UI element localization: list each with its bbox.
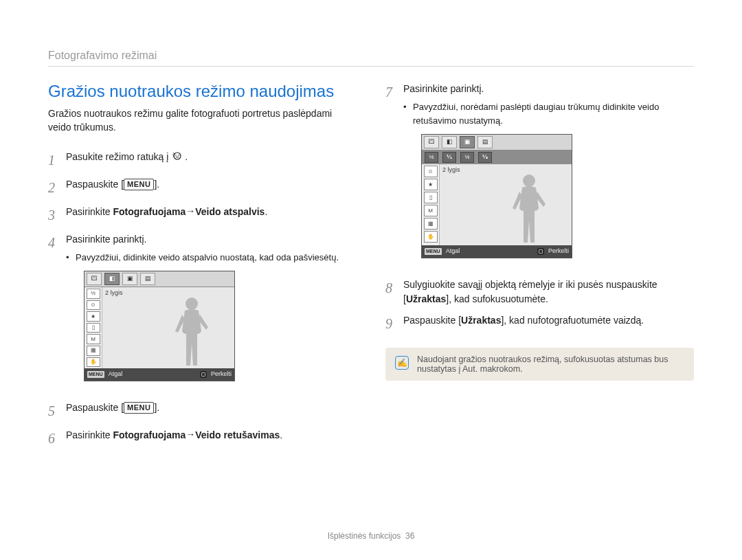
lcd-side-icon: ▦ (87, 346, 100, 356)
lcd-level-label: 2 lygis (442, 166, 460, 175)
lcd-preview-face-tone: ⮹ ◧ ▣ ▤ ½ ☺ ★ ▯ (84, 271, 235, 381)
lcd-level-label: 2 lygis (105, 289, 123, 298)
step-3-text: Pasirinkite Fotografuojama → Veido atspa… (66, 205, 357, 219)
lcd-side-icon: ▯ (87, 323, 100, 333)
lcd-footer-back: Atgal (446, 247, 460, 256)
note-callout: ✍ Naudojant gražios nuotraukos režimą, s… (385, 348, 694, 381)
lcd-side-icon: M (87, 334, 100, 344)
lcd-footer-back: Atgal (109, 370, 123, 379)
lcd-footer-menu-icon: MENU (425, 248, 442, 256)
lcd-side-icon: ★ (87, 311, 100, 322)
step-6-bold-2: Veido retušavimas (195, 429, 280, 440)
footer-section-label: Išplėstinės funkcijos (328, 531, 401, 541)
note-icon: ✍ (395, 356, 409, 370)
step-8-suffix: ], kad sufokusuotumėte. (446, 293, 548, 304)
step-7-text: Pasirinkite parinktį. (403, 83, 484, 94)
lcd-top-tab-active: ▣ (460, 136, 475, 148)
lcd-face-row: ½ ⅟₁ ½ ⅟₃ (422, 150, 572, 164)
arrow-right-icon: → (186, 427, 195, 442)
step-number: 9 (385, 313, 403, 334)
step-number: 3 (48, 205, 66, 225)
step-2-text: Paspauskite [MENU]. (66, 177, 357, 192)
step-number: 8 (385, 278, 403, 298)
step-5-suffix: ]. (154, 402, 159, 413)
step-4-sub: Pavyzdžiui, didinkite veido atspalvio nu… (66, 251, 357, 265)
beauty-mode-icon (171, 150, 182, 161)
step-number: 7 (385, 82, 403, 102)
lcd-side-icon: ✋ (424, 231, 438, 243)
lcd-top-tab: ⮹ (87, 273, 102, 285)
breadcrumb: Fotografavimo režimai (48, 49, 694, 62)
step-9-prefix: Paspauskite [ (403, 315, 461, 326)
step-2-prefix: Paspauskite [ (66, 179, 124, 190)
lcd-top-tab-active: ◧ (104, 273, 120, 285)
lcd-side-icons: ☺ ★ ▯ M ▦ ✋ (422, 164, 440, 245)
note-text: Naudojant gražios nuotraukos režimą, suf… (417, 355, 684, 374)
section-title: Gražios nuotraukos režimo naudojimas (48, 82, 357, 101)
lcd-face-cell: ⅟₃ (478, 152, 492, 163)
lcd-preview-face-retouch: ⮹ ◧ ▣ ▤ ½ ⅟₁ ½ ⅟₃ (421, 134, 572, 258)
svg-point-0 (174, 153, 181, 159)
lcd-top-tabs: ⮹ ◧ ▣ ▤ (422, 135, 572, 150)
lcd-side-icon: ★ (424, 179, 438, 190)
step-3-bold-1: Fotografuojama (113, 206, 186, 217)
step-9-suffix: ], kad nufotografuotumėte vaizdą. (501, 315, 644, 326)
right-column: 7 Pasirinkite parinktį. Pavyzdžiui, norė… (385, 82, 694, 456)
lcd-face-cell: ½ (460, 152, 474, 163)
step-6-text: Pasirinkite Fotografuojama → Veido retuš… (66, 428, 357, 443)
arrow-right-icon: → (186, 204, 195, 219)
lcd-side-icons: ½ ☺ ★ ▯ M ▦ ✋ (85, 287, 102, 368)
left-column: Gražios nuotraukos režimo naudojimas Gra… (48, 82, 357, 456)
step-8-text: Sulygiuokite savąjį objektą rėmelyje ir … (403, 278, 694, 306)
step-4-body: Pasirinkite parinktį. Pavyzdžiui, didink… (66, 232, 357, 394)
divider (48, 66, 694, 67)
step-5-text: Paspauskite [MENU]. (66, 401, 357, 415)
person-silhouette-icon (507, 171, 548, 245)
svg-point-3 (186, 298, 198, 310)
lcd-top-tab: ▣ (122, 273, 137, 285)
step-1-prefix: Pasukite režimo ratuką į (66, 151, 171, 162)
step-number: 2 (48, 177, 66, 198)
lcd-side-icon: ½ (87, 289, 100, 299)
step-1-suffix: . (185, 151, 188, 162)
lcd-footer-nav-icon (200, 371, 207, 378)
menu-button-label: MENU (124, 179, 154, 190)
step-7-body: Pasirinkite parinktį. Pavyzdžiui, norėda… (403, 82, 694, 271)
svg-point-2 (178, 155, 179, 156)
step-8-bold: Užraktas (406, 293, 446, 304)
lcd-top-tab: ▤ (140, 273, 155, 285)
step-number: 4 (48, 232, 66, 253)
lcd-face-cell: ⅟₁ (442, 152, 456, 163)
footer-page-number: 36 (405, 531, 414, 541)
step-6-prefix: Pasirinkite (66, 429, 113, 440)
step-3-prefix: Pasirinkite (66, 206, 113, 217)
step-5-prefix: Paspauskite [ (66, 402, 124, 413)
step-6-bold-1: Fotografuojama (113, 429, 186, 440)
step-4-text: Pasirinkite parinktį. (66, 234, 147, 245)
lcd-top-tabs: ⮹ ◧ ▣ ▤ (85, 271, 234, 287)
menu-button-label: MENU (124, 402, 154, 414)
step-3-suffix: . (265, 206, 267, 217)
step-number: 5 (48, 401, 66, 421)
lcd-side-icon: ✋ (87, 357, 100, 368)
svg-point-1 (175, 155, 177, 156)
lcd-top-tab: ⮹ (424, 136, 439, 148)
step-7-sub: Pavyzdžiui, norėdami paslėpti daugiau tr… (403, 100, 694, 127)
step-9-bold: Užraktas (461, 315, 501, 326)
step-1-text: Pasukite režimo ratuką į . (66, 150, 357, 164)
lcd-footer-menu-icon: MENU (87, 371, 104, 379)
lcd-footer-move: Perkelti (211, 370, 232, 379)
lcd-face-cell: ½ (425, 152, 438, 163)
step-number: 1 (48, 150, 66, 170)
lcd-side-icon: ▯ (424, 192, 438, 203)
step-6-suffix: . (280, 429, 282, 440)
lcd-footer-nav-icon (537, 248, 544, 255)
lcd-top-tab: ◧ (442, 136, 457, 148)
step-2-suffix: ]. (154, 179, 159, 190)
lcd-footer-move: Perkelti (548, 247, 569, 256)
page-footer: Išplėstinės funkcijos 36 (0, 531, 742, 541)
step-3-bold-2: Veido atspalvis (195, 206, 265, 217)
svg-point-4 (523, 175, 535, 187)
lcd-side-icon: M (424, 205, 438, 216)
step-number: 6 (48, 428, 66, 449)
